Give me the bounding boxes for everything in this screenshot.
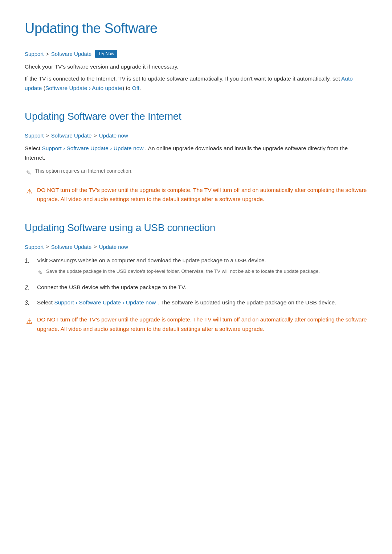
section2-software-update[interactable]: Software Update [51, 243, 92, 251]
section1-breadcrumb: Support > Software Update > Update now [25, 131, 367, 140]
step3-software-update-link[interactable]: Software Update [79, 299, 121, 305]
try-now-badge[interactable]: Try Now [95, 50, 117, 58]
step3-update-now-link[interactable]: Update now [126, 299, 156, 305]
sub-note-icon-1: ✎ [38, 268, 42, 278]
section1-title: Updating Software over the Internet [25, 108, 367, 125]
section2-warning: ⚠ DO NOT turn off the TV's power until t… [25, 315, 367, 333]
section1-sep1: > [46, 132, 49, 140]
breadcrumb-software-update[interactable]: Software Update [51, 50, 92, 58]
list-item: 3. Select Support › Software Update › Up… [25, 298, 367, 308]
software-update-inline-link[interactable]: Software Update [45, 85, 87, 91]
step3-support-link[interactable]: Support [54, 299, 74, 305]
intro-text-1: Check your TV's software version and upg… [25, 62, 367, 71]
sep-inline: › [89, 85, 91, 91]
warning-icon-2: ⚠ [26, 315, 33, 327]
section1-body: Select Support › Software Update › Updat… [25, 144, 367, 162]
off-link[interactable]: Off [132, 85, 139, 91]
step-num-2: 2. [25, 283, 32, 292]
section1-software-update[interactable]: Software Update [51, 131, 92, 140]
section2-breadcrumb: Support > Software Update > Update now [25, 243, 367, 251]
section1-software-update-link[interactable]: Software Update [66, 145, 108, 151]
list-item: 1. Visit Samsung's website on a computer… [25, 256, 367, 278]
section2-support[interactable]: Support [25, 243, 44, 251]
section1-warning: ⚠ DO NOT turn off the TV's power until t… [25, 185, 367, 204]
step3-text-before: Select [37, 299, 53, 305]
step3-content: Select Support › Software Update › Updat… [37, 298, 367, 307]
step1-sub-note-text: Save the update package in the USB devic… [46, 268, 320, 275]
section2-sep2: > [94, 243, 97, 251]
section2-warning-text: DO NOT turn off the TV's power until the… [37, 315, 367, 333]
breadcrumb-support[interactable]: Support [25, 50, 44, 58]
section1-note-text: This option requires an Internet connect… [35, 167, 132, 175]
section2-title: Updating Software using a USB connection [25, 220, 367, 236]
intro-breadcrumb: Support > Software Update Try Now [25, 50, 367, 58]
usb-steps-list: 1. Visit Samsung's website on a computer… [25, 256, 367, 308]
page-title: Updating the Software [25, 17, 367, 40]
section1-support[interactable]: Support [25, 131, 44, 140]
breadcrumb-sep1: > [46, 50, 49, 58]
section1-update-now[interactable]: Update now [99, 131, 128, 140]
section1-warning-text: DO NOT turn off the TV's power until the… [37, 185, 367, 204]
list-item: 2. Connect the USB device with the updat… [25, 283, 367, 292]
warning-icon-1: ⚠ [26, 186, 33, 197]
section2-update-now[interactable]: Update now [99, 243, 128, 251]
step2-content: Connect the USB device with the update p… [37, 283, 367, 292]
step3-text-after: . The software is updated using the upda… [158, 299, 336, 305]
section1-sep2: > [94, 132, 97, 140]
step-num-1: 1. [25, 256, 32, 266]
auto-update-link2[interactable]: Auto update [92, 85, 122, 91]
intro-text-2: If the TV is connected to the Internet, … [25, 74, 367, 93]
step1-content: Visit Samsung's website on a computer an… [37, 256, 367, 278]
note-icon-1: ✎ [26, 168, 31, 178]
section1-update-now-link[interactable]: Update now [114, 145, 144, 151]
step1-sub-note: ✎ Save the update package in the USB dev… [37, 268, 367, 278]
step2-text: Connect the USB device with the update p… [37, 284, 186, 290]
step1-text: Visit Samsung's website on a computer an… [37, 257, 266, 263]
section2-sep1: > [46, 243, 49, 251]
step-num-3: 3. [25, 298, 32, 308]
section1-support-link[interactable]: Support [42, 145, 61, 151]
section1-note: ✎ This option requires an Internet conne… [25, 167, 367, 178]
